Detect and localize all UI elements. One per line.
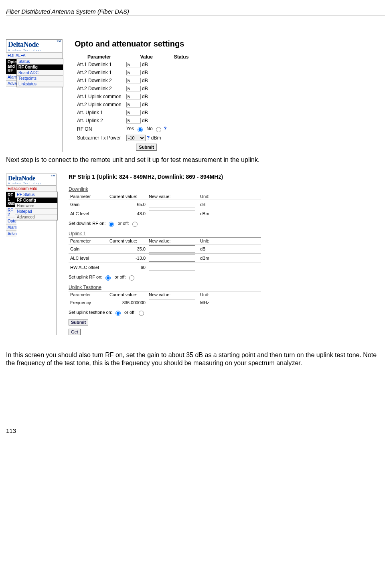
opto-param: Att.1 Uplink common xyxy=(75,93,124,101)
att1-dl2-input[interactable] xyxy=(126,78,141,83)
tt-on-radio[interactable] xyxy=(115,311,121,316)
att2-ul-common-input[interactable] xyxy=(126,102,141,107)
unit: dBm xyxy=(199,254,261,263)
rfstrip-title: RF Strip 1 (Uplink: 824 - 849MHz, Downli… xyxy=(69,174,385,180)
ul-alc-input[interactable] xyxy=(149,255,195,262)
doc-header: Fiber Distributed Antenna System (Fiber … xyxy=(6,8,385,16)
rfon-no-radio[interactable] xyxy=(156,127,161,132)
submit-button[interactable]: Submit xyxy=(69,319,88,325)
nav-foi-alfa[interactable]: FOI-ALFA xyxy=(6,53,62,59)
unit: dBm xyxy=(199,209,261,218)
tt-freq-input[interactable] xyxy=(149,299,195,306)
subnav-notepad[interactable]: Notepad xyxy=(15,209,57,214)
col-parameter: Parameter xyxy=(75,53,124,61)
ul-hwalc-input[interactable] xyxy=(149,264,195,271)
dl-rf-radio-line: Set dowlink RF on: or off: xyxy=(69,220,385,227)
section-downlink: Downlink xyxy=(69,186,385,192)
unit: dB xyxy=(142,86,148,91)
rfstrip-panel: RF Strip 1 (Uplink: 824 - 849MHz, Downli… xyxy=(69,174,385,335)
dl-gain-input[interactable] xyxy=(149,201,195,208)
att-ul1-input[interactable] xyxy=(126,110,141,115)
tt-off-label: or off: xyxy=(124,310,136,315)
unit: dB xyxy=(142,70,148,75)
get-button[interactable]: Get xyxy=(69,329,81,335)
nav-estacionamiento[interactable]: Estacionamiento xyxy=(6,186,56,192)
subnav-advanced[interactable]: Advanced xyxy=(15,214,57,220)
tt-on-label: Set uplink testtone on: xyxy=(69,310,112,315)
ul-alc-value: -13.0 xyxy=(108,254,147,263)
help-icon[interactable]: ? xyxy=(147,135,150,141)
unit: MHz xyxy=(199,298,261,307)
logo-sub: Wireless Technology xyxy=(8,49,60,51)
subnav-2: RF Status RF Config Hardware Notepad Adv… xyxy=(15,192,58,220)
section-uplink1: Uplink 1 xyxy=(69,231,385,236)
opto-row: Att.1 Downlink 2 dB xyxy=(75,77,193,85)
ul-rf-on-radio[interactable] xyxy=(105,275,111,281)
col-status: Status xyxy=(169,53,194,61)
col-value: Value xyxy=(124,53,169,61)
opto-param: Att. Uplink 2 xyxy=(75,117,124,125)
ul-rf-on-label: Set uplink RF on: xyxy=(69,275,102,279)
col-new: New value: xyxy=(147,238,199,244)
subnav-status[interactable]: Status xyxy=(17,59,63,65)
unit: dB xyxy=(142,118,148,123)
tt-radio-line: Set uplink testtone on: or off: xyxy=(69,309,385,316)
opto-param: Att.2 Uplink common xyxy=(75,101,124,109)
opto-row: Att. Uplink 1 dB xyxy=(75,109,193,117)
opto-table: Parameter Value Status Att.1 Downlink 1 … xyxy=(75,53,193,152)
subcarrier-select[interactable]: -10 xyxy=(126,135,146,141)
att2-dl1-input[interactable] xyxy=(126,70,141,75)
logo-tm: TM xyxy=(57,40,61,43)
subnav-hardware[interactable]: Hardware xyxy=(15,203,57,209)
opto-param: Att. Uplink 1 xyxy=(75,109,124,117)
opto-param: Att.1 Downlink 1 xyxy=(75,61,124,69)
ul-rf-off-radio[interactable] xyxy=(129,275,134,281)
rfon-yes-radio[interactable] xyxy=(138,127,143,132)
unit: dBm xyxy=(151,135,161,141)
opto-param: Att.1 Downlink 2 xyxy=(75,77,124,85)
ul-gain-value: 35.0 xyxy=(108,244,147,254)
nav-sidebar-2: DeltaNodeTM Wireless Technology Estacion… xyxy=(6,174,57,335)
submit-button[interactable]: Submit xyxy=(136,143,157,151)
col-current: Current value: xyxy=(108,193,147,200)
subnav-testpoints[interactable]: Testpoints xyxy=(17,76,63,81)
unit: dB xyxy=(142,78,148,83)
dl-rf-off-radio[interactable] xyxy=(132,222,138,227)
opto-row-subcarrier: Subcarrier Tx Power -10 ? dBm xyxy=(75,133,193,142)
subnav-rf-config[interactable]: RF Config xyxy=(17,65,63,70)
subnav-board-adc[interactable]: Board ADC xyxy=(17,70,63,76)
tt-freq-value: 836.000000 xyxy=(108,298,147,307)
dl-rf-on-radio[interactable] xyxy=(109,222,114,227)
ul-rf-off-label: or off: xyxy=(115,275,126,279)
att-ul2-input[interactable] xyxy=(126,118,141,123)
att2-dl2-input[interactable] xyxy=(126,86,141,91)
subnav-rf-status[interactable]: RF Status xyxy=(15,192,57,198)
logo-sub: Wireless Technology xyxy=(8,182,54,184)
rfon-yes-label: Yes xyxy=(126,126,134,131)
ul-hwalc-value: 60 xyxy=(108,263,147,272)
att1-ul-common-input[interactable] xyxy=(126,94,141,99)
unit: - xyxy=(199,263,261,272)
rfon-label: RF ON xyxy=(75,125,124,133)
nav-advanced[interactable]: Advanced xyxy=(6,231,16,237)
opto-row: Att.1 Downlink 1 dB xyxy=(75,61,193,69)
unit: dB xyxy=(142,94,148,99)
ul-rf-radio-line: Set uplink RF on: or off: xyxy=(69,274,385,281)
ul-gain-input[interactable] xyxy=(149,245,195,253)
subnav-rf-config[interactable]: RF Config xyxy=(15,198,57,203)
col-param: Parameter xyxy=(69,238,108,244)
tt-off-radio[interactable] xyxy=(139,311,144,316)
dl-alc-input[interactable] xyxy=(149,210,195,217)
unit: dB xyxy=(142,102,148,107)
opto-row: Att.2 Uplink common dB xyxy=(75,101,193,109)
dl-gain-label: Gain xyxy=(69,200,108,209)
help-icon[interactable]: ? xyxy=(164,126,166,131)
att1-dl1-input[interactable] xyxy=(126,62,141,67)
nav-alarm[interactable]: Alarm xyxy=(6,224,16,231)
paragraph-2: In this screen you should also turn RF o… xyxy=(6,351,385,367)
logo-tm: TM xyxy=(51,174,55,177)
dl-gain-value: 65.0 xyxy=(108,200,147,209)
col-new: New value: xyxy=(147,291,199,298)
subnav-linkstatus[interactable]: Linkstatus xyxy=(17,81,63,87)
testtone-table: ParameterCurrent value:New value:Unit: F… xyxy=(69,291,261,307)
